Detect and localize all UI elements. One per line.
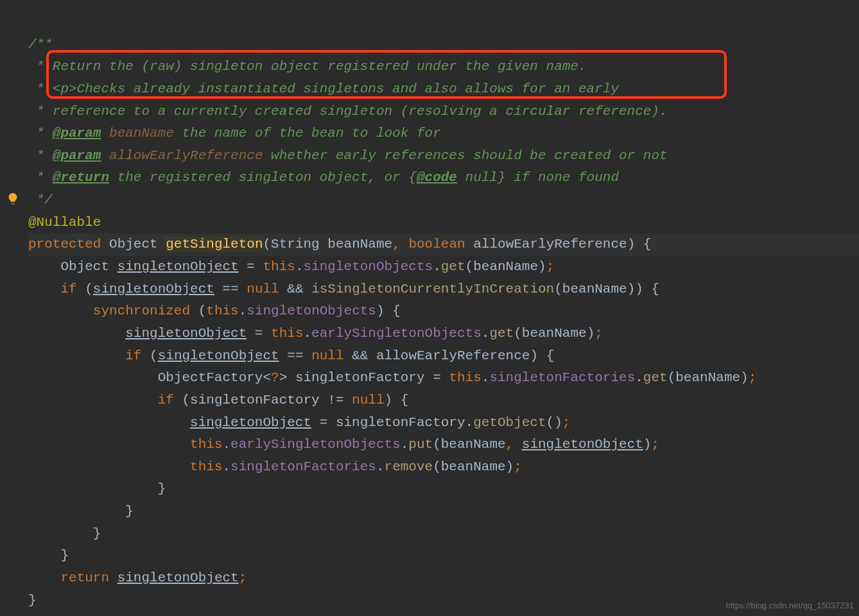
javadoc-param-line: * @param allowEarlyReference whether ear… bbox=[28, 148, 668, 163]
code-line: Object singletonObject = this.singletonO… bbox=[28, 259, 554, 274]
code-editor[interactable]: /** * Return the (raw) singleton object … bbox=[0, 0, 859, 612]
javadoc-line: * reference to a currently created singl… bbox=[28, 104, 668, 119]
code-line: ObjectFactory<?> singletonFactory = this… bbox=[28, 370, 756, 385]
code-line: if (singletonObject == null && isSinglet… bbox=[28, 282, 659, 296]
code-line: } bbox=[28, 548, 69, 563]
code-line: } bbox=[28, 593, 37, 608]
code-line: if (singletonFactory != null) { bbox=[28, 393, 408, 407]
method-signature-line: protected Object getSingleton(String bea… bbox=[28, 234, 859, 256]
code-line: } bbox=[28, 504, 134, 518]
code-line: synchronized (this.singletonObjects) { bbox=[28, 304, 401, 318]
javadoc-close: */ bbox=[28, 193, 53, 207]
code-line: } bbox=[28, 526, 101, 541]
javadoc-return-line: * @return the registered singleton objec… bbox=[28, 170, 619, 185]
javadoc-line: * Return the (raw) singleton object regi… bbox=[28, 59, 587, 74]
javadoc-param-line: * @param beanName the name of the bean t… bbox=[28, 126, 441, 141]
lightbulb-icon[interactable] bbox=[5, 191, 21, 207]
code-line: this.earlySingletonObjects.put(beanName,… bbox=[28, 437, 659, 452]
code-line: return singletonObject; bbox=[28, 570, 247, 585]
annotation-nullable: @Nullable bbox=[28, 215, 101, 230]
code-line: singletonObject = this.earlySingletonObj… bbox=[28, 326, 603, 341]
watermark-text: https://blog.csdn.net/qq_15037231 bbox=[726, 599, 855, 612]
code-line: } bbox=[28, 481, 166, 496]
javadoc-line: * <p>Checks already instantiated singlet… bbox=[28, 81, 619, 96]
javadoc-open: /** bbox=[28, 37, 53, 52]
code-line: if (singletonObject == null && allowEarl… bbox=[28, 348, 554, 363]
code-line: this.singletonFactories.remove(beanName)… bbox=[28, 459, 522, 474]
code-line: singletonObject = singletonFactory.getOb… bbox=[28, 415, 570, 430]
